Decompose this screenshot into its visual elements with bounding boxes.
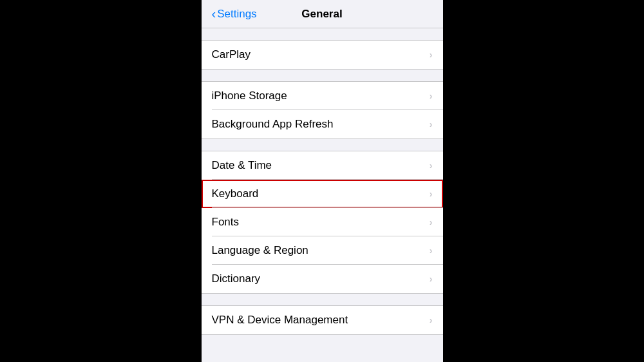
page-title: General <box>301 8 342 21</box>
chevron-right-icon: › <box>430 50 433 60</box>
settings-section-1: CarPlay › <box>202 40 443 70</box>
settings-item-background-app-refresh[interactable]: Background App Refresh › <box>202 110 443 138</box>
phone-screen: ‹ Settings General CarPlay › iPhone Stor… <box>202 0 443 362</box>
nav-bar: ‹ Settings General <box>202 0 443 28</box>
settings-item-keyboard-label: Keyboard <box>212 187 259 200</box>
chevron-right-icon: › <box>430 217 433 227</box>
settings-item-background-app-refresh-label: Background App Refresh <box>212 118 334 131</box>
chevron-right-icon: › <box>430 274 433 284</box>
back-label: Settings <box>217 8 256 21</box>
chevron-right-icon: › <box>430 315 433 325</box>
settings-item-dictionary-label: Dictionary <box>212 272 261 285</box>
settings-item-language-region-label: Language & Region <box>212 244 308 257</box>
back-button[interactable]: ‹ Settings <box>212 6 257 21</box>
settings-item-vpn[interactable]: VPN & Device Management › <box>202 306 443 334</box>
settings-item-dictionary[interactable]: Dictionary › <box>202 265 443 293</box>
settings-item-fonts-label: Fonts <box>212 216 240 229</box>
settings-item-iphone-storage[interactable]: iPhone Storage › <box>202 82 443 110</box>
settings-item-iphone-storage-label: iPhone Storage <box>212 90 287 102</box>
chevron-right-icon: › <box>430 189 433 199</box>
settings-content: CarPlay › iPhone Storage › Background Ap… <box>202 28 443 362</box>
settings-item-date-time-label: Date & Time <box>212 159 272 172</box>
settings-item-keyboard[interactable]: Keyboard › <box>202 180 443 208</box>
chevron-right-icon: › <box>430 91 433 101</box>
settings-section-2: iPhone Storage › Background App Refresh … <box>202 81 443 139</box>
settings-item-carplay-label: CarPlay <box>212 48 251 61</box>
settings-item-vpn-label: VPN & Device Management <box>212 314 348 327</box>
settings-item-date-time[interactable]: Date & Time › <box>202 151 443 180</box>
chevron-right-icon: › <box>430 160 433 171</box>
chevron-right-icon: › <box>430 245 433 256</box>
back-chevron-icon: ‹ <box>212 6 216 21</box>
chevron-right-icon: › <box>430 119 433 129</box>
settings-item-carplay[interactable]: CarPlay › <box>202 41 443 69</box>
settings-item-language-region[interactable]: Language & Region › <box>202 236 443 265</box>
settings-section-4: VPN & Device Management › <box>202 305 443 335</box>
settings-section-3: Date & Time › Keyboard › Fonts › Languag… <box>202 151 443 294</box>
settings-item-fonts[interactable]: Fonts › <box>202 208 443 236</box>
